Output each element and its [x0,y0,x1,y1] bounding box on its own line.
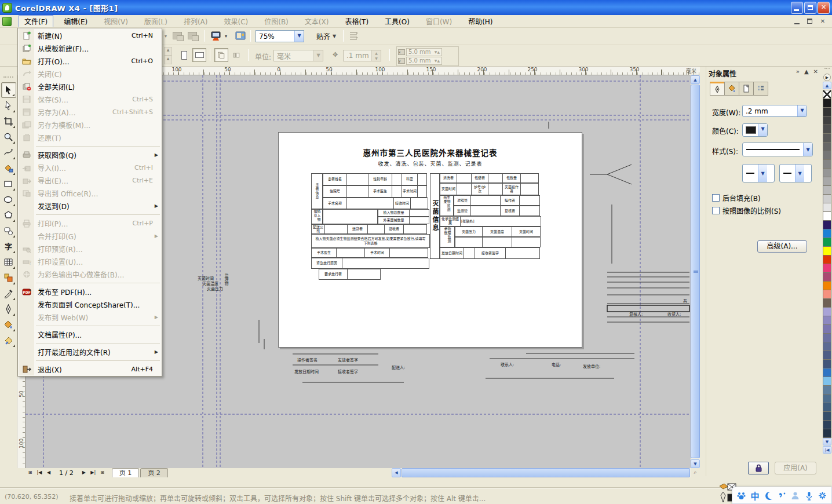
color-swatch[interactable] [823,272,831,282]
color-swatch[interactable] [823,342,831,351]
doc-close-button[interactable]: ✕ [818,17,827,25]
color-swatch[interactable] [823,403,831,412]
scroll-left-icon[interactable]: ◀ [392,468,401,477]
color-swatch[interactable] [823,368,831,377]
file-menu-item-14[interactable]: 发送到(D)▶ [19,199,161,212]
tab-outline[interactable] [710,82,725,96]
vertical-scrollbar[interactable]: ▲ ▼ [691,75,700,468]
palette-scroll-down-icon[interactable]: ▼ [823,438,831,445]
restore-button[interactable] [804,2,816,14]
scroll-down-icon[interactable]: ▼ [691,459,700,468]
file-menu-item-0[interactable]: 新建(N)Ctrl+N [19,29,161,42]
page-tab-2[interactable]: 页 2 [140,468,168,477]
color-swatch[interactable] [823,394,831,403]
interactive-blend-tool[interactable] [1,270,16,286]
sogou-paw-icon[interactable] [736,490,747,501]
color-swatch[interactable] [823,220,831,229]
palette-expand-icon[interactable]: |◀ [823,446,831,454]
color-swatch[interactable] [823,238,831,247]
settings-gear-icon[interactable] [816,490,828,501]
tab-page[interactable] [739,82,754,96]
file-menu-item-10[interactable]: 获取图像(Q)▶ [19,148,161,161]
palette-flyout-icon[interactable]: ▶ [823,74,831,81]
eyedropper-tool[interactable] [1,286,16,301]
menubar-item-9[interactable]: 工具(O) [379,15,415,27]
outline-width-combo[interactable]: .2 mm▼ [742,105,807,117]
punctuation-icon[interactable] [776,490,787,501]
color-swatch[interactable] [823,107,831,116]
file-menu-item-2[interactable]: 打开(O)…Ctrl+O [19,54,161,67]
pasteboard-text[interactable]: 接收者签字 [338,368,358,374]
color-swatch[interactable] [823,142,831,151]
crop-tool[interactable] [1,114,16,129]
menubar-item-1[interactable]: 编辑(E) [58,15,93,27]
horizontal-scrollbar[interactable]: ◀ ▶ [392,468,700,477]
pasteboard-text[interactable]: 共 [683,298,687,304]
color-swatch[interactable] [823,411,831,421]
color-swatch[interactable] [823,377,831,386]
pasteboard-text[interactable]: 收货人: [667,311,681,317]
text-tool[interactable]: 字 [1,239,16,254]
horizontal-scrollbar-thumb[interactable] [402,468,690,477]
all-pages-layout-button[interactable] [214,48,228,62]
menubar-item-11[interactable]: 帮助(H) [462,15,498,27]
page-tab-1[interactable]: 页 1 [112,468,140,477]
chinese-mode-icon[interactable]: 中 [749,490,761,501]
color-swatch[interactable] [823,324,831,334]
color-swatch[interactable] [823,229,831,238]
docker-pin-icon[interactable]: ▲ [804,68,809,75]
minimize-button[interactable] [791,2,803,14]
color-swatch[interactable] [823,281,831,290]
outline-color-combo[interactable]: ▼ [742,123,768,137]
zoom-level-combo[interactable]: 75%▼ [256,30,304,42]
pasteboard-text[interactable]: 电话: [552,361,561,367]
options-icon[interactable] [348,30,360,42]
color-swatch[interactable] [823,211,831,221]
end-arrowhead-combo[interactable]: ▼ [779,164,812,182]
interactive-fill-tool[interactable] [1,333,16,348]
lock-button[interactable] [748,462,769,474]
basic-shapes-tool[interactable] [1,223,16,239]
application-launcher-icon[interactable] [210,30,222,42]
vertical-scrollbar-thumb[interactable] [691,85,700,458]
zoom-tool[interactable] [1,129,16,145]
docker-close-icon[interactable]: ✕ [813,68,818,75]
snap-menu-button[interactable]: 贴齐▼ [316,31,336,41]
behind-fill-checkbox[interactable]: 后台填充(B) [712,193,761,203]
current-page-layout-button[interactable] [229,48,243,62]
menubar-item-4[interactable]: 排列(A) [178,15,214,27]
fill-tool[interactable] [1,317,16,333]
tab-details[interactable] [753,82,768,96]
nudge-offset-field[interactable]: .1 mm▲▼ [343,50,381,61]
color-swatch[interactable] [823,298,831,308]
add-page-start-button[interactable]: ⊞ [25,469,35,477]
portrait-orientation-button[interactable] [177,48,191,62]
toolbox-grip[interactable] [3,76,13,81]
docker-collapse-icon[interactable]: » [796,68,800,75]
file-menu-item-26[interactable]: 文档属性(P)... [19,328,161,341]
palette-scroll-up-icon[interactable]: ▲ [823,82,831,89]
microphone-icon[interactable] [803,490,815,501]
first-page-button[interactable]: |◀ [35,469,44,477]
doc-minimize-button[interactable] [793,17,802,25]
paper-size-spinner[interactable]: ▲▲ [164,47,172,64]
color-swatch[interactable] [823,333,831,342]
pasteboard-text[interactable]: 灭菌压力 [207,286,223,291]
color-swatch[interactable] [823,133,831,143]
color-swatch[interactable] [823,255,831,264]
pasteboard-text[interactable]: 操作者签名 [297,357,318,363]
freehand-tool[interactable] [1,145,16,160]
launcher-caret-icon[interactable]: ▾ [225,34,227,39]
apply-button[interactable]: 应用(A) [775,462,816,474]
pasteboard-text[interactable]: 配送人: [392,364,405,370]
shape-tool[interactable] [1,98,16,114]
color-swatch[interactable] [823,159,831,169]
moon-icon[interactable] [762,490,774,501]
units-combo[interactable]: 毫米▼ [273,50,323,61]
menubar-item-6[interactable]: 位图(B) [258,15,294,27]
color-swatch[interactable] [823,194,831,203]
menubar-item-10[interactable]: 窗口(W) [420,15,458,27]
menubar-item-2[interactable]: 视图(V) [98,15,134,27]
table-tool[interactable] [1,254,16,270]
start-arrowhead-combo[interactable]: ▼ [742,164,775,182]
